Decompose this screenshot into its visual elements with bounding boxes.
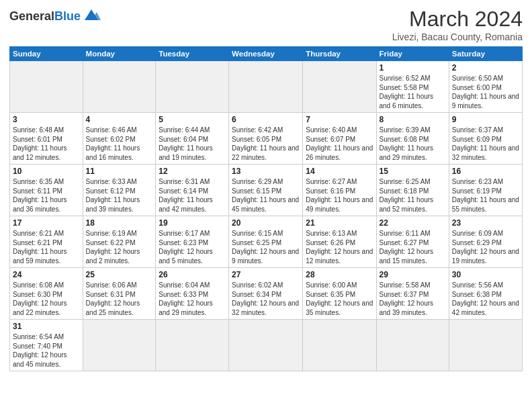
day-number: 11 bbox=[86, 167, 153, 176]
day-info: Sunrise: 6:02 AM Sunset: 6:34 PM Dayligh… bbox=[232, 281, 300, 317]
day-number: 1 bbox=[380, 63, 446, 73]
table-row: 15Sunrise: 6:25 AM Sunset: 6:18 PM Dayli… bbox=[376, 165, 449, 216]
table-row: 30Sunrise: 5:56 AM Sunset: 6:38 PM Dayli… bbox=[449, 268, 522, 320]
day-number: 24 bbox=[13, 270, 80, 279]
day-info: Sunrise: 5:58 AM Sunset: 6:37 PM Dayligh… bbox=[380, 281, 446, 317]
day-info: Sunrise: 6:04 AM Sunset: 6:33 PM Dayligh… bbox=[159, 281, 226, 317]
table-row bbox=[303, 61, 376, 113]
day-number: 26 bbox=[159, 270, 226, 279]
day-info: Sunrise: 6:13 AM Sunset: 6:26 PM Dayligh… bbox=[306, 229, 373, 265]
logo-area: GeneralBlue bbox=[9, 7, 101, 23]
day-info: Sunrise: 6:27 AM Sunset: 6:16 PM Dayligh… bbox=[306, 177, 373, 214]
table-row: 26Sunrise: 6:04 AM Sunset: 6:33 PM Dayli… bbox=[156, 268, 229, 320]
table-row bbox=[229, 320, 303, 371]
table-row: 18Sunrise: 6:19 AM Sunset: 6:22 PM Dayli… bbox=[83, 216, 156, 268]
day-number: 2 bbox=[452, 63, 519, 73]
day-info: Sunrise: 6:37 AM Sunset: 6:09 PM Dayligh… bbox=[452, 126, 519, 162]
table-row: 1Sunrise: 6:52 AM Sunset: 5:58 PM Daylig… bbox=[376, 61, 449, 113]
day-info: Sunrise: 6:44 AM Sunset: 6:04 PM Dayligh… bbox=[159, 126, 226, 162]
day-number: 6 bbox=[232, 115, 300, 124]
calendar-table: Sunday Monday Tuesday Wednesday Thursday… bbox=[9, 46, 523, 371]
day-info: Sunrise: 6:21 AM Sunset: 6:21 PM Dayligh… bbox=[13, 229, 80, 265]
day-info: Sunrise: 6:06 AM Sunset: 6:31 PM Dayligh… bbox=[86, 281, 153, 317]
day-number: 3 bbox=[13, 115, 80, 124]
table-row: 7Sunrise: 6:40 AM Sunset: 6:07 PM Daylig… bbox=[303, 113, 376, 165]
table-row: 6Sunrise: 6:42 AM Sunset: 6:05 PM Daylig… bbox=[229, 113, 303, 165]
table-row: 24Sunrise: 6:08 AM Sunset: 6:30 PM Dayli… bbox=[10, 268, 83, 320]
table-row: 11Sunrise: 6:33 AM Sunset: 6:12 PM Dayli… bbox=[83, 165, 156, 216]
day-info: Sunrise: 6:31 AM Sunset: 6:14 PM Dayligh… bbox=[159, 177, 226, 214]
table-row: 9Sunrise: 6:37 AM Sunset: 6:09 PM Daylig… bbox=[449, 113, 522, 165]
table-row: 22Sunrise: 6:11 AM Sunset: 6:27 PM Dayli… bbox=[376, 216, 449, 268]
day-number: 4 bbox=[86, 115, 153, 124]
table-row bbox=[10, 61, 83, 113]
calendar-week-row: 31Sunrise: 6:54 AM Sunset: 7:40 PM Dayli… bbox=[10, 320, 523, 371]
header: GeneralBlue March 2024 Livezi, Bacau Cou… bbox=[9, 7, 523, 42]
day-info: Sunrise: 6:08 AM Sunset: 6:30 PM Dayligh… bbox=[13, 281, 80, 317]
table-row bbox=[83, 320, 156, 371]
day-number: 20 bbox=[232, 218, 300, 228]
table-row: 5Sunrise: 6:44 AM Sunset: 6:04 PM Daylig… bbox=[156, 113, 229, 165]
table-row bbox=[156, 320, 229, 371]
day-info: Sunrise: 6:17 AM Sunset: 6:23 PM Dayligh… bbox=[159, 229, 226, 265]
day-number: 15 bbox=[380, 167, 446, 176]
logo-general: General bbox=[9, 9, 54, 23]
day-info: Sunrise: 6:09 AM Sunset: 6:29 PM Dayligh… bbox=[452, 229, 519, 265]
table-row bbox=[83, 61, 156, 113]
logo-text: GeneralBlue bbox=[9, 10, 81, 22]
day-info: Sunrise: 6:25 AM Sunset: 6:18 PM Dayligh… bbox=[380, 177, 446, 214]
day-number: 27 bbox=[232, 270, 300, 279]
table-row: 23Sunrise: 6:09 AM Sunset: 6:29 PM Dayli… bbox=[449, 216, 522, 268]
table-row: 13Sunrise: 6:29 AM Sunset: 6:15 PM Dayli… bbox=[229, 165, 303, 216]
day-info: Sunrise: 6:46 AM Sunset: 6:02 PM Dayligh… bbox=[86, 126, 153, 162]
day-number: 9 bbox=[452, 115, 519, 124]
day-info: Sunrise: 5:56 AM Sunset: 6:38 PM Dayligh… bbox=[452, 281, 519, 317]
logo-blue: Blue bbox=[54, 9, 81, 23]
table-row: 29Sunrise: 5:58 AM Sunset: 6:37 PM Dayli… bbox=[376, 268, 449, 320]
day-info: Sunrise: 6:33 AM Sunset: 6:12 PM Dayligh… bbox=[86, 177, 153, 214]
day-info: Sunrise: 6:23 AM Sunset: 6:19 PM Dayligh… bbox=[452, 177, 519, 214]
day-number: 8 bbox=[380, 115, 446, 124]
day-info: Sunrise: 6:48 AM Sunset: 6:01 PM Dayligh… bbox=[13, 126, 80, 162]
calendar-week-row: 1Sunrise: 6:52 AM Sunset: 5:58 PM Daylig… bbox=[10, 61, 523, 113]
day-info: Sunrise: 6:35 AM Sunset: 6:11 PM Dayligh… bbox=[13, 177, 80, 214]
table-row: 16Sunrise: 6:23 AM Sunset: 6:19 PM Dayli… bbox=[449, 165, 522, 216]
header-monday: Monday bbox=[83, 47, 156, 61]
day-number: 22 bbox=[380, 218, 446, 228]
day-number: 16 bbox=[452, 167, 519, 176]
day-info: Sunrise: 6:50 AM Sunset: 6:00 PM Dayligh… bbox=[452, 74, 519, 110]
day-number: 23 bbox=[452, 218, 519, 228]
calendar-page: GeneralBlue March 2024 Livezi, Bacau Cou… bbox=[0, 0, 532, 411]
table-row: 10Sunrise: 6:35 AM Sunset: 6:11 PM Dayli… bbox=[10, 165, 83, 216]
day-number: 5 bbox=[159, 115, 226, 124]
day-number: 25 bbox=[86, 270, 153, 279]
day-number: 21 bbox=[306, 218, 373, 228]
title-area: March 2024 Livezi, Bacau County, Romania bbox=[392, 7, 523, 42]
calendar-week-row: 24Sunrise: 6:08 AM Sunset: 6:30 PM Dayli… bbox=[10, 268, 523, 320]
table-row bbox=[376, 320, 449, 371]
table-row: 4Sunrise: 6:46 AM Sunset: 6:02 PM Daylig… bbox=[83, 113, 156, 165]
day-number: 14 bbox=[306, 167, 373, 176]
table-row: 8Sunrise: 6:39 AM Sunset: 6:08 PM Daylig… bbox=[376, 113, 449, 165]
day-info: Sunrise: 6:54 AM Sunset: 7:40 PM Dayligh… bbox=[13, 332, 80, 369]
day-number: 30 bbox=[452, 270, 519, 279]
day-info: Sunrise: 6:11 AM Sunset: 6:27 PM Dayligh… bbox=[380, 229, 446, 265]
day-info: Sunrise: 6:52 AM Sunset: 5:58 PM Dayligh… bbox=[380, 74, 446, 110]
table-row: 21Sunrise: 6:13 AM Sunset: 6:26 PM Dayli… bbox=[303, 216, 376, 268]
day-number: 10 bbox=[13, 167, 80, 176]
table-row: 27Sunrise: 6:02 AM Sunset: 6:34 PM Dayli… bbox=[229, 268, 303, 320]
day-number: 19 bbox=[159, 218, 226, 228]
table-row bbox=[449, 320, 522, 371]
logo-icon bbox=[82, 8, 101, 23]
table-row: 2Sunrise: 6:50 AM Sunset: 6:00 PM Daylig… bbox=[449, 61, 522, 113]
day-number: 13 bbox=[232, 167, 300, 176]
table-row: 12Sunrise: 6:31 AM Sunset: 6:14 PM Dayli… bbox=[156, 165, 229, 216]
weekday-header-row: Sunday Monday Tuesday Wednesday Thursday… bbox=[10, 47, 523, 61]
table-row bbox=[156, 61, 229, 113]
header-tuesday: Tuesday bbox=[156, 47, 229, 61]
day-info: Sunrise: 6:39 AM Sunset: 6:08 PM Dayligh… bbox=[380, 126, 446, 162]
day-info: Sunrise: 6:29 AM Sunset: 6:15 PM Dayligh… bbox=[232, 177, 300, 214]
day-number: 29 bbox=[380, 270, 446, 279]
table-row bbox=[229, 61, 303, 113]
day-number: 17 bbox=[13, 218, 80, 228]
